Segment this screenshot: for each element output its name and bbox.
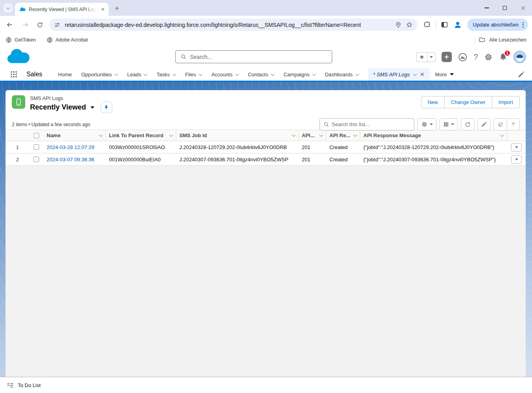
app-name[interactable]: Sales <box>26 71 42 78</box>
salesforce-logo[interactable] <box>6 48 30 66</box>
setup-gear-icon[interactable] <box>484 53 493 62</box>
chevron-down-icon[interactable] <box>312 72 316 76</box>
tab-search-button[interactable] <box>4 4 13 13</box>
cell-api-response: {"jobId":"J.20240328-120729.202-0lub4rkt… <box>360 144 507 150</box>
more-menu-icon[interactable] <box>522 21 524 28</box>
url-text[interactable]: retarusinstalledpackage-dev-ed.develop.l… <box>65 22 391 28</box>
new-tab-button[interactable] <box>113 4 121 12</box>
chevron-down-icon[interactable] <box>172 72 176 76</box>
quick-create-icon[interactable] <box>442 52 452 62</box>
location-pin-icon[interactable] <box>395 21 402 28</box>
column-header-sms-job-id[interactable]: SMS Job Id <box>176 130 299 141</box>
list-view-caret-icon[interactable] <box>90 106 94 109</box>
bookmark-label: GetToken <box>15 37 36 43</box>
column-header-name[interactable]: Name <box>43 130 106 141</box>
import-button[interactable]: Import <box>492 96 520 108</box>
back-icon[interactable] <box>4 19 15 30</box>
chevron-down-icon[interactable] <box>292 133 296 137</box>
close-icon[interactable] <box>514 0 532 16</box>
address-bar[interactable]: retarusinstalledpackage-dev-ed.develop.l… <box>49 19 417 31</box>
chevron-down-icon[interactable] <box>169 133 173 137</box>
column-header-api-response-message[interactable]: API Response Message <box>360 130 507 141</box>
display-as-button[interactable] <box>440 118 458 130</box>
column-header-api-status[interactable]: API... <box>299 130 326 141</box>
row-checkbox[interactable] <box>34 144 39 150</box>
maximize-icon[interactable] <box>496 0 514 16</box>
guidance-center-icon[interactable] <box>458 52 468 62</box>
app-launcher-icon[interactable] <box>10 70 18 78</box>
chevron-down-icon[interactable] <box>353 133 357 137</box>
list-meta-text: 2 items • Updated a few seconds ago <box>12 122 90 127</box>
table-row[interactable]: 2 2024-03-07 09:36:36 001Wz000000BulEIA0… <box>6 153 526 166</box>
minimize-icon[interactable] <box>477 0 496 16</box>
favorites-star-icon[interactable] <box>417 53 427 62</box>
column-header-link-to-parent-record[interactable]: Link To Parent Record <box>106 130 176 141</box>
row-actions-button[interactable] <box>511 143 522 151</box>
nav-item-files[interactable]: Files <box>185 68 202 81</box>
change-owner-button[interactable]: Change Owner <box>445 96 492 108</box>
reload-icon[interactable] <box>34 19 45 30</box>
column-header-api-result[interactable]: API Re... <box>326 130 360 141</box>
notification-badge: 1 <box>504 50 511 57</box>
help-icon[interactable]: ? <box>474 53 478 62</box>
profile-icon[interactable] <box>453 20 462 30</box>
nav-item-contacts[interactable]: Contacts <box>248 68 274 81</box>
record-link[interactable]: 2024-03-07 09:36:36 <box>47 157 94 162</box>
chevron-down-icon[interactable] <box>115 72 118 76</box>
nav-tab-sms-api-logs-active[interactable]: * SMS API Logs <box>368 68 430 81</box>
cell-api-response: {"jobId":"J.20240307-093636.701-0ltgz4nv… <box>360 157 507 162</box>
table-row[interactable]: 1 2024-03-28 12:07:29 003Wz000001SRO5IAO… <box>6 141 526 153</box>
row-checkbox[interactable] <box>34 157 39 162</box>
nav-item-opportunities[interactable]: Opportunities <box>81 68 118 81</box>
site-info-icon[interactable] <box>54 22 60 28</box>
all-bookmarks[interactable]: Alle Lesezeichen <box>475 36 526 43</box>
bookmark-star-icon[interactable] <box>406 21 413 28</box>
edit-list-button[interactable] <box>477 118 491 130</box>
nav-item-accounts[interactable]: Accounts <box>211 68 238 81</box>
list-search[interactable] <box>320 118 414 130</box>
chevron-down-icon[interactable] <box>355 72 359 76</box>
forward-icon[interactable] <box>20 19 31 30</box>
actions-column <box>507 130 526 141</box>
new-button[interactable]: New <box>421 96 445 108</box>
chevron-down-icon[interactable] <box>235 72 239 76</box>
edit-nav-pencil-icon[interactable] <box>518 71 524 78</box>
cell-api-result: Created <box>326 157 360 162</box>
notifications-bell-icon[interactable]: 1 <box>499 53 508 61</box>
chevron-down-icon[interactable] <box>199 72 203 76</box>
nav-tab-close-icon[interactable] <box>420 72 425 77</box>
chevron-down-icon[interactable] <box>99 133 103 137</box>
list-view-controls-button[interactable] <box>417 118 436 130</box>
side-panel-icon[interactable] <box>441 21 448 28</box>
nav-item-home[interactable]: Home <box>58 68 72 81</box>
update-browser-button[interactable]: Update abschließen <box>467 19 528 31</box>
row-actions-button[interactable] <box>511 155 522 164</box>
global-search-input[interactable] <box>190 54 327 60</box>
chevron-down-icon[interactable] <box>271 72 275 76</box>
extensions-icon[interactable] <box>423 21 431 28</box>
select-all-checkbox[interactable] <box>34 133 39 138</box>
record-link[interactable]: 2024-03-28 12:07:29 <box>47 144 94 150</box>
nav-item-campaigns[interactable]: Campaigns <box>284 68 316 81</box>
tab-close-icon[interactable] <box>99 6 106 13</box>
favorites-button[interactable] <box>416 52 436 62</box>
bookmark-adobe-acrobat[interactable]: Adobe Acrobat <box>47 37 88 43</box>
favorites-caret-icon[interactable] <box>427 53 435 62</box>
refresh-button[interactable] <box>461 118 474 130</box>
user-avatar[interactable] <box>513 51 526 63</box>
chevron-down-icon[interactable] <box>144 72 148 76</box>
chevron-down-icon[interactable] <box>320 133 323 137</box>
chart-icon <box>494 118 507 130</box>
browser-tab[interactable]: Recently Viewed | SMS API Logs <box>15 3 109 16</box>
chevron-down-icon[interactable] <box>500 133 504 137</box>
todo-list-label[interactable]: To Do List <box>18 382 41 388</box>
bookmark-gettoken[interactable]: GetToken <box>6 37 36 43</box>
nav-item-dashboards[interactable]: Dashboards <box>325 68 359 81</box>
chevron-down-icon[interactable] <box>413 72 417 76</box>
nav-item-tasks[interactable]: Tasks <box>156 68 175 81</box>
nav-item-leads[interactable]: Leads <box>127 68 147 81</box>
global-search[interactable] <box>175 50 332 63</box>
list-search-input[interactable] <box>332 121 410 127</box>
pin-list-view-button[interactable] <box>101 102 112 113</box>
nav-more-menu[interactable]: More <box>435 72 454 77</box>
